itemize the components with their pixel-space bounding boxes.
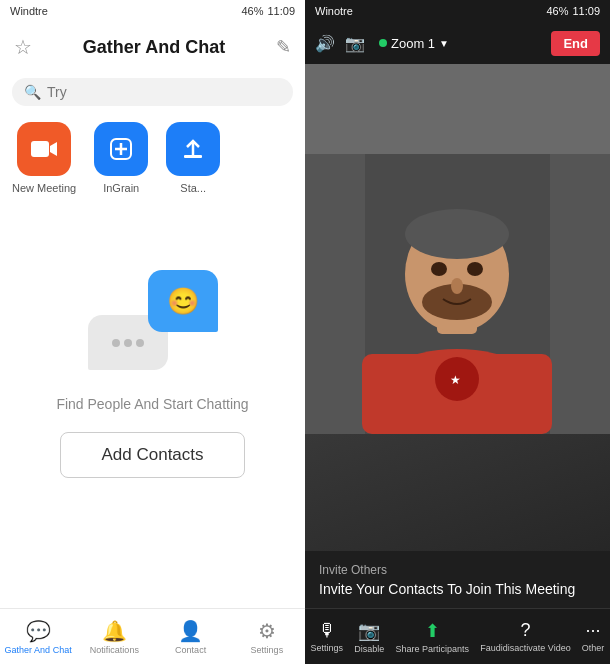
person-video-svg: ★ <box>305 64 610 434</box>
contact-nav-label: Contact <box>175 645 206 655</box>
zoom-btn-share[interactable]: ⬆ Share Participants <box>396 620 470 654</box>
settings-nav-icon: ⚙ <box>258 619 276 643</box>
shortcut-new-meeting[interactable]: New Meeting <box>12 122 76 194</box>
right-panel: Winotre 46% 11:09 🔊 📷 Zoom 1 ▼ End <box>305 0 610 664</box>
share-label: Share Participants <box>396 644 470 654</box>
shortcuts-row: New Meeting InGrain Sta... <box>0 116 305 200</box>
status-icons-left: 46% 11:09 <box>241 5 295 17</box>
star-icon: ☆ <box>14 35 32 59</box>
contact-nav-icon: 👤 <box>178 619 203 643</box>
ingrain-icon <box>94 122 148 176</box>
zoom-toolbar: 🔊 📷 Zoom 1 ▼ End <box>305 22 610 64</box>
search-bar[interactable]: 🔍 <box>12 78 293 106</box>
carrier-left: Windtre <box>10 5 48 17</box>
blue-bubble: 😊 <box>148 270 218 332</box>
sta-label: Sta... <box>180 182 206 194</box>
svg-point-17 <box>467 262 483 276</box>
nav-notifications[interactable]: 🔔 Notifications <box>76 619 152 655</box>
new-meeting-label: New Meeting <box>12 182 76 194</box>
dot1 <box>112 339 120 347</box>
video-icon: 📷 <box>358 620 380 642</box>
svg-point-16 <box>431 262 447 276</box>
header-left: ☆ Gather And Chat ✎ <box>0 22 305 72</box>
mic-icon: 🎙 <box>318 620 336 641</box>
bottom-nav: 💬 Gather And Chat 🔔 Notifications 👤 Cont… <box>0 608 305 664</box>
carrier-right: Winotre <box>315 5 353 17</box>
mic-label: Settings <box>311 643 344 653</box>
more-label: Other <box>582 643 605 653</box>
battery-left: 46% <box>241 5 263 17</box>
invite-others-label: Invite Others <box>319 563 596 577</box>
svg-rect-0 <box>31 141 49 157</box>
settings-nav-label: Settings <box>251 645 284 655</box>
chat-nav-label: Gather And Chat <box>5 645 72 655</box>
dot2 <box>124 339 132 347</box>
faud-label: Faudidisactivate Video <box>480 643 570 653</box>
nav-contact[interactable]: 👤 Contact <box>153 619 229 655</box>
svg-point-14 <box>405 209 509 259</box>
smiley-icon: 😊 <box>167 286 199 317</box>
main-content: 😊 Find People And Start Chatting Add Con… <box>0 200 305 608</box>
search-icon: 🔍 <box>24 84 41 100</box>
disable-label: Disable <box>354 644 384 654</box>
status-bar-left: Windtre 46% 11:09 <box>0 0 305 22</box>
nav-settings[interactable]: ⚙ Settings <box>229 619 305 655</box>
time-right: 11:09 <box>572 5 600 17</box>
shortcut-ingrain[interactable]: InGrain <box>94 122 148 194</box>
left-panel: Windtre 46% 11:09 ☆ Gather And Chat ✎ 🔍 … <box>0 0 305 664</box>
zoom-text: Zoom 1 <box>391 36 435 51</box>
chevron-down-icon: ▼ <box>439 38 449 49</box>
end-button[interactable]: End <box>551 31 600 56</box>
shortcut-sta[interactable]: Sta... <box>166 122 220 194</box>
app-title: Gather And Chat <box>83 37 225 58</box>
invite-text: Invite Your Contacts To Join This Meetin… <box>319 580 596 598</box>
zoom-btn-faud[interactable]: ? Faudidisactivate Video <box>480 620 570 653</box>
svg-rect-7 <box>305 64 610 154</box>
svg-rect-5 <box>184 155 202 158</box>
svg-rect-9 <box>550 154 610 434</box>
status-bar-right: Winotre 46% 11:09 <box>305 0 610 22</box>
zoom-dot <box>379 39 387 47</box>
more-icon: ··· <box>586 620 601 641</box>
svg-rect-8 <box>305 154 365 434</box>
svg-marker-1 <box>50 142 57 156</box>
new-meeting-icon <box>17 122 71 176</box>
camera-flip-icon[interactable]: 📷 <box>345 34 365 53</box>
chat-illustration: 😊 <box>88 270 218 380</box>
svg-point-18 <box>451 278 463 294</box>
search-input[interactable] <box>47 84 281 100</box>
zoom-label[interactable]: Zoom 1 ▼ <box>379 36 449 51</box>
ingrain-label: InGrain <box>103 182 139 194</box>
dot3 <box>136 339 144 347</box>
add-contacts-button[interactable]: Add Contacts <box>60 432 244 478</box>
invite-overlay: Invite Others Invite Your Contacts To Jo… <box>305 551 610 608</box>
find-people-text: Find People And Start Chatting <box>56 396 248 412</box>
video-feed: ★ Invite Others Invite Your Contacts To … <box>305 64 610 608</box>
zoom-btn-settings[interactable]: 🎙 Settings <box>311 620 344 653</box>
svg-text:★: ★ <box>450 373 461 387</box>
zoom-btn-disable[interactable]: 📷 Disable <box>354 620 384 654</box>
edit-icon[interactable]: ✎ <box>276 36 291 58</box>
battery-right: 46% <box>546 5 568 17</box>
chat-nav-icon: 💬 <box>26 619 51 643</box>
question-icon: ? <box>520 620 530 641</box>
zoom-bottom-bar: 🎙 Settings 📷 Disable ⬆ Share Participant… <box>305 608 610 664</box>
notifications-nav-icon: 🔔 <box>102 619 127 643</box>
notifications-nav-label: Notifications <box>90 645 139 655</box>
zoom-btn-more[interactable]: ··· Other <box>582 620 605 653</box>
time-left: 11:09 <box>267 5 295 17</box>
video-person: ★ <box>305 64 610 608</box>
share-icon: ⬆ <box>425 620 440 642</box>
nav-gather-and-chat[interactable]: 💬 Gather And Chat <box>0 619 76 655</box>
sta-icon <box>166 122 220 176</box>
speaker-icon[interactable]: 🔊 <box>315 34 335 53</box>
